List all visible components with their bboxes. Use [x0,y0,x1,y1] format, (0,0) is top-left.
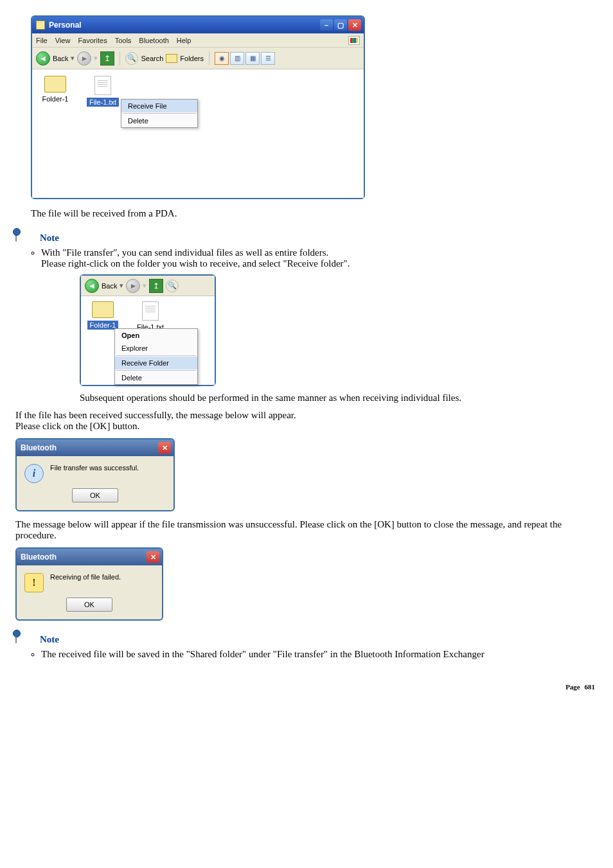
windows-flag-icon [348,36,360,45]
back-label: Back [102,282,117,290]
menu-item-delete[interactable]: Delete [115,371,197,384]
file-icon [94,76,111,95]
folders-icon[interactable] [166,54,177,63]
search-label[interactable]: Search [141,55,163,62]
up-button[interactable]: ↥ [100,51,114,66]
note-text: Please right-click on the folder you wis… [41,258,350,269]
page-footer: Page 681 [15,683,598,691]
menu-item-open[interactable]: Open [115,329,197,342]
list-item[interactable]: Folder-1 [40,76,71,103]
view-btn-4[interactable]: ☰ [261,52,275,65]
folder-icon [44,76,66,93]
note-heading: Note [15,632,598,646]
paragraph: If the file has been received successful… [15,410,598,432]
forward-button[interactable]: ► [77,51,91,66]
view-btn-2[interactable]: ▥ [230,52,244,65]
toolbar: ◄ Back ▾ ► ▾ ↥ 🔍 Search Folders ◉ ▥ ▦ ☰ [32,48,364,69]
view-btn-3[interactable]: ▦ [245,52,260,65]
list-item[interactable]: Folder-1 Open Explorer Receive Folder De… [87,301,118,330]
file-icon [142,301,159,321]
folder-icon [36,21,45,30]
close-button[interactable]: ✕ [158,442,171,454]
note-label: Note [40,233,59,244]
dialog-title: Bluetooth [21,553,57,562]
folders-label[interactable]: Folders [180,55,204,62]
menu-item[interactable]: File [36,37,48,44]
up-button[interactable]: ↥ [149,279,163,293]
titlebar: Bluetooth ✕ [17,439,173,456]
list-item[interactable]: File-1.txt Receive File Delete [87,76,118,107]
menu-item[interactable]: Bluetooth [139,37,168,44]
item-label: Folder-1 [42,95,69,103]
search-icon[interactable]: 🔍 [125,52,138,65]
menu-item-delete[interactable]: Delete [121,114,197,127]
explorer-small-window: ◄ Back ▾ ► ▾ ↥ 🔍 Folder-1 Open Explorer [80,274,216,386]
note-list: With "File transfer", you can send indiv… [41,247,598,403]
info-icon: i [24,464,44,483]
view-buttons: ◉ ▥ ▦ ☰ [215,52,275,65]
menu-item-explorer[interactable]: Explorer [115,342,197,355]
note-list-item: With "File transfer", you can send indiv… [41,247,598,403]
paragraph: The file will be received from a PDA. [31,208,598,219]
note-icon [15,231,33,245]
explorer-window: Personal – ▢ ✕ File View Favorites Tools… [31,15,365,199]
menu-item[interactable]: Tools [115,37,132,44]
dialog-success: Bluetooth ✕ i File transfer was successf… [15,438,175,511]
dialog-message: Receiving of file failed. [50,573,121,581]
warning-icon: ! [24,573,44,592]
item-label: File-1.txt [87,98,119,107]
search-icon[interactable]: 🔍 [166,279,179,292]
titlebar: Personal – ▢ ✕ [32,17,364,33]
paragraph: Subsequent operations should be performe… [80,393,598,403]
list-item[interactable]: File-1.txt [135,301,166,331]
menu-item-receive-file[interactable]: Receive File [121,100,197,112]
ok-button[interactable]: OK [72,488,118,502]
menu-item[interactable]: Favorites [78,37,107,44]
view-btn-1[interactable]: ◉ [215,52,229,65]
minimize-button[interactable]: – [320,19,333,31]
ok-button[interactable]: OK [66,598,112,612]
menu-item-receive-folder[interactable]: Receive Folder [115,357,197,369]
close-button[interactable]: ✕ [147,551,159,563]
titlebar: Bluetooth ✕ [17,549,162,565]
dialog-fail: Bluetooth ✕ ! Receiving of file failed. … [15,547,163,621]
context-menu: Receive File Delete [121,99,198,128]
window-title: Personal [49,21,82,30]
dialog-message: File transfer was successful. [50,464,139,472]
back-button[interactable]: ◄ [85,279,99,293]
note-label: Note [40,634,59,645]
page-number: 681 [585,683,596,691]
menu-item[interactable]: View [55,37,71,44]
note-heading: Note [15,231,598,245]
back-button[interactable]: ◄ [36,51,50,66]
paragraph: The message below will appear if the fil… [15,519,598,541]
close-button[interactable]: ✕ [348,19,361,31]
forward-button[interactable]: ► [126,279,140,293]
file-list: Folder-1 Open Explorer Receive Folder De… [81,296,215,385]
folder-icon [92,301,114,318]
note-icon [15,632,33,646]
file-list: Folder-1 File-1.txt Receive File Delete [32,69,364,198]
back-label: Back [53,55,68,62]
menu-item[interactable]: Help [177,37,191,44]
note-text: With "File transfer", you can send indiv… [41,247,328,258]
context-menu: Open Explorer Receive Folder Delete [114,328,198,385]
dialog-title: Bluetooth [21,443,57,452]
note-list-item: The received file will be saved in the "… [41,649,598,660]
menu-bar: File View Favorites Tools Bluetooth Help [32,33,364,48]
page-label: Page [565,683,580,691]
toolbar: ◄ Back ▾ ► ▾ ↥ 🔍 [81,276,215,296]
maximize-button[interactable]: ▢ [334,19,347,31]
note-list: The received file will be saved in the "… [41,649,598,660]
